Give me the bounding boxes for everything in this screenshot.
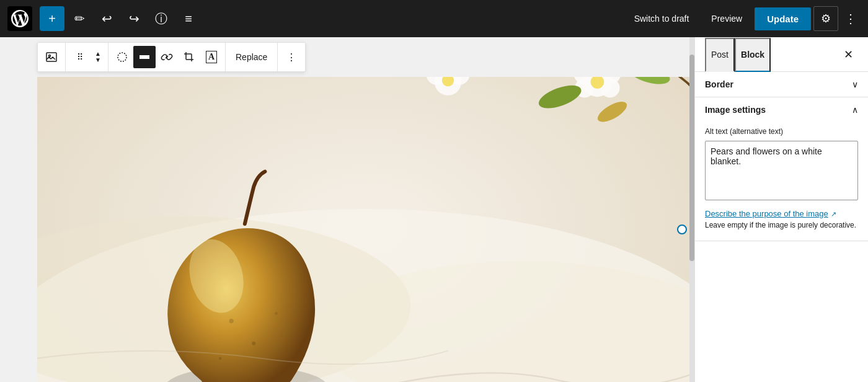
replace-group: Replace xyxy=(226,43,278,71)
undo-icon: ↩ xyxy=(102,11,112,26)
circle-dotted-icon xyxy=(116,51,128,63)
wordpress-logo xyxy=(7,6,32,31)
redo-button[interactable]: ↪ xyxy=(122,6,146,31)
chevron-down-icon: ▼ xyxy=(95,57,101,63)
crop-icon xyxy=(183,51,195,63)
sidebar-close-button[interactable]: ✕ xyxy=(838,45,858,64)
svg-point-2 xyxy=(118,53,126,61)
add-block-button[interactable]: + xyxy=(40,6,64,31)
list-icon: ≡ xyxy=(185,12,192,26)
more-options-button[interactable]: ⋮ xyxy=(841,6,861,31)
image-settings-section: Image settings ∧ Alt text (alternative t… xyxy=(695,97,868,241)
main-area: ⠿ ▲ ▼ xyxy=(0,37,868,382)
svg-point-31 xyxy=(252,342,255,345)
preview-button[interactable]: Preview xyxy=(701,9,752,29)
align-center-button[interactable] xyxy=(133,46,156,68)
block-tab[interactable]: Block xyxy=(735,38,771,72)
more-icon: ⋮ xyxy=(844,11,857,26)
settings-button[interactable]: ⚙ xyxy=(813,6,838,31)
drag-group: ⠿ ▲ ▼ xyxy=(66,43,108,71)
style-group: A xyxy=(108,43,226,71)
link-button[interactable] xyxy=(156,46,178,68)
external-link-icon: ↗ xyxy=(831,210,836,218)
sidebar-content: Border ∨ Image settings ∧ Alt text (alte… xyxy=(695,72,868,382)
undo-button[interactable]: ↩ xyxy=(94,6,119,31)
more-group: ⋮ xyxy=(278,43,305,71)
describe-link[interactable]: Describe the purpose of the image xyxy=(705,209,828,218)
svg-rect-3 xyxy=(140,55,149,59)
image-settings-header[interactable]: Image settings ∧ xyxy=(695,97,868,122)
svg-rect-0 xyxy=(46,53,56,61)
alt-text-label: Alt text (alternative text) xyxy=(705,127,858,136)
block-toolbar: ⠿ ▲ ▼ xyxy=(37,42,306,72)
sidebar-header: Post Block ✕ xyxy=(695,37,868,72)
switch-to-draft-button[interactable]: Switch to draft xyxy=(624,9,699,29)
right-sidebar: Post Block ✕ Border ∨ Image settings ∧ xyxy=(694,37,868,382)
block-type-button[interactable] xyxy=(40,46,63,68)
editor-area: ⠿ ▲ ▼ xyxy=(0,37,694,382)
image-settings-title: Image settings xyxy=(705,105,766,115)
image-block-icon xyxy=(45,51,58,63)
image-settings-content: Alt text (alternative text) Describe the… xyxy=(695,122,868,241)
image-svg xyxy=(37,77,694,382)
post-tab[interactable]: Post xyxy=(705,38,735,72)
image-display xyxy=(37,77,694,382)
text-icon: A xyxy=(206,51,217,63)
image-settings-chevron-icon: ∧ xyxy=(852,105,858,115)
svg-point-32 xyxy=(275,312,278,315)
drag-icon: ⠿ xyxy=(77,52,82,62)
list-view-button[interactable]: ≡ xyxy=(176,6,201,31)
svg-point-33 xyxy=(219,357,222,360)
info-button[interactable]: ⓘ xyxy=(149,6,174,31)
info-icon: ⓘ xyxy=(155,11,167,27)
border-chevron-icon: ∨ xyxy=(852,79,858,89)
border-section-title: Border xyxy=(705,79,733,89)
border-section: Border ∨ xyxy=(695,72,868,97)
image-resize-handle[interactable] xyxy=(677,224,687,234)
crop-button[interactable] xyxy=(178,46,200,68)
top-toolbar: + ✏ ↩ ↪ ⓘ ≡ Switch to draft Preview Upda… xyxy=(0,0,868,37)
text-overlay-button[interactable]: A xyxy=(200,46,223,68)
block-type-group xyxy=(38,43,66,71)
link-icon xyxy=(161,51,173,63)
replace-button[interactable]: Replace xyxy=(228,46,275,68)
style-circle-button[interactable] xyxy=(111,46,133,68)
close-icon: ✕ xyxy=(844,48,853,61)
add-icon: + xyxy=(48,12,56,26)
block-more-button[interactable]: ⋮ xyxy=(280,46,303,68)
redo-icon: ↪ xyxy=(129,11,140,26)
update-button[interactable]: Update xyxy=(755,7,811,30)
edit-icon: ✏ xyxy=(74,11,85,26)
gear-icon: ⚙ xyxy=(821,12,831,25)
edit-button[interactable]: ✏ xyxy=(67,6,92,31)
image-container xyxy=(37,77,694,382)
move-up-button[interactable]: ▲ ▼ xyxy=(91,46,105,68)
svg-point-30 xyxy=(229,319,234,323)
describe-hint: Leave empty if the image is purely decor… xyxy=(705,221,856,229)
more-vertical-icon: ⋮ xyxy=(286,51,296,63)
editor-scrollbar[interactable] xyxy=(689,37,694,382)
wp-logo-icon xyxy=(11,10,29,27)
border-section-header[interactable]: Border ∨ xyxy=(695,72,868,97)
drag-handle-button[interactable]: ⠿ xyxy=(68,46,91,68)
scrollbar-thumb xyxy=(689,55,694,262)
describe-link-container: Describe the purpose of the image ↗ Leav… xyxy=(705,208,858,231)
alt-text-field[interactable] xyxy=(705,141,858,200)
align-center-icon xyxy=(138,51,151,63)
